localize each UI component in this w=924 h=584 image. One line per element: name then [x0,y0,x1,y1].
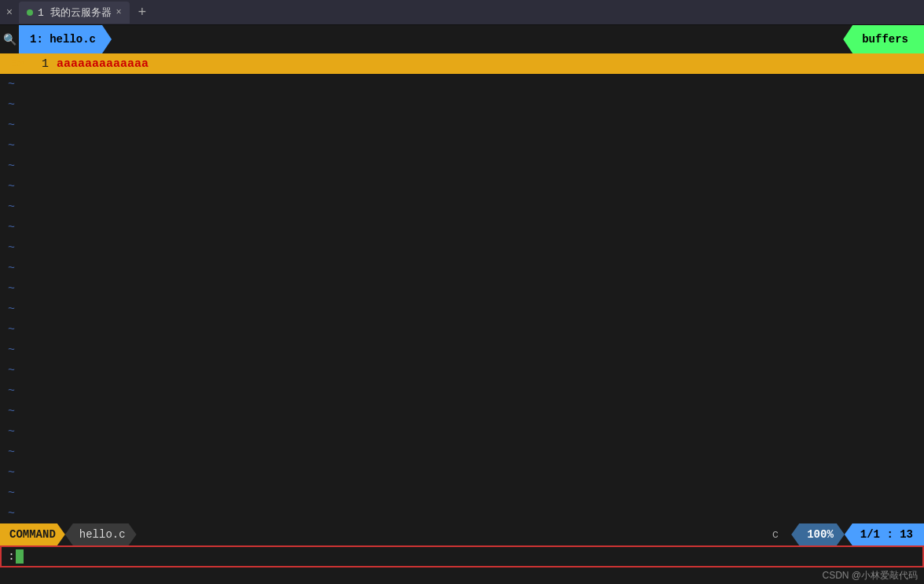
line-indicator: E> [0,57,28,71]
vim-editor: 🔍 1: hello.c buffers E> 1 aaaaaaaaaaaaa … [0,25,924,584]
tab-bar: × 1 我的云服务器 × + [0,0,924,25]
tab-label: 1 我的云服务器 [38,6,112,20]
tilde-line-22: ~ [0,503,924,523]
tilde-line-15: ~ [0,360,924,380]
tilde-line-2: ~ [0,94,924,115]
tab-dot-icon [27,9,33,16]
status-percent: 100% [791,523,845,545]
tilde-line-7: ~ [0,197,924,217]
tilde-line-8: ~ [0,217,924,237]
status-command-label: COMMAND [0,523,65,545]
status-bar: COMMAND hello.c c 100% 1/1 : 13 [0,523,924,545]
active-line-number: 1 [28,57,57,71]
tab-close-icon[interactable]: × [116,7,122,18]
status-position: 1/1 : 13 [845,523,924,545]
tilde-line-4: ~ [0,135,924,156]
editor-content[interactable]: E> 1 aaaaaaaaaaaaa ~ ~ ~ ~ ~ ~ ~ ~ ~ ~ ~… [0,53,924,523]
tilde-line-3: ~ [0,115,924,135]
active-line-content: aaaaaaaaaaaaa [57,57,148,71]
tilde-line-16: ~ [0,380,924,401]
attribution: CSDN @小林爱敲代码 [0,567,924,584]
status-filename: hello.c [65,523,137,545]
tilde-line-5: ~ [0,156,924,176]
tilde-line-17: ~ [0,401,924,421]
editor-active-line: E> 1 aaaaaaaaaaaaa [0,53,924,74]
window-close-button[interactable]: × [3,6,16,19]
tilde-line-13: ~ [0,319,924,340]
tab-server[interactable]: 1 我的云服务器 × [19,2,130,24]
vim-filename-tab: 1: hello.c [19,25,112,53]
tilde-line-11: ~ [0,278,924,299]
tilde-line-20: ~ [0,462,924,483]
command-cursor [16,549,24,564]
tilde-line-10: ~ [0,258,924,278]
tilde-line-12: ~ [0,299,924,319]
vim-info-bar: 🔍 1: hello.c buffers [0,25,924,53]
tilde-line-9: ~ [0,237,924,258]
new-tab-button[interactable]: + [133,3,152,22]
command-line[interactable]: : [0,545,924,567]
status-filetype: c [760,528,791,541]
tilde-line-1: ~ [0,74,924,94]
tilde-line-18: ~ [0,421,924,442]
command-prompt: : [8,550,15,564]
tilde-line-19: ~ [0,442,924,462]
tilde-line-14: ~ [0,340,924,360]
tilde-line-6: ~ [0,176,924,197]
tilde-line-21: ~ [0,483,924,503]
search-icon[interactable]: 🔍 [0,25,19,53]
vim-buffers-tab[interactable]: buffers [843,25,924,53]
